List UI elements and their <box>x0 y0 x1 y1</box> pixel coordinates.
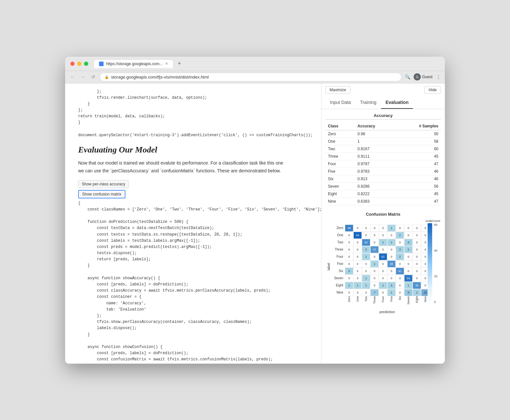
side-panel: Maximize Hide Input Data Training Evalua… <box>321 83 445 364</box>
matrix-cell: 0 <box>345 275 353 282</box>
matrix-row: Eight11101301390 <box>332 282 430 289</box>
matrix-cell: 3 <box>387 282 396 289</box>
matrix-row: Zero48000010000 <box>332 224 430 232</box>
forward-button[interactable]: → <box>79 74 87 80</box>
matrix-cell: 0 <box>404 268 413 275</box>
panel-content: Accuracy Class Accuracy # Samples Zero0.… <box>321 109 445 364</box>
content-area: }; tfvis.render.linechart(surface, data,… <box>65 83 445 364</box>
title-bar: https://storage.googleapis.com... ✕ + <box>65 57 445 71</box>
matrix-cell: 1 <box>387 289 396 296</box>
matrix-cell: 0 <box>370 232 379 239</box>
scale-value-40: 40 <box>434 249 437 252</box>
matrix-cell: 2 <box>396 253 404 260</box>
matrix-cell: 0 <box>396 239 404 246</box>
user-avatar: G <box>414 73 421 80</box>
tab-favicon <box>99 62 104 66</box>
matrix-cell: 1 <box>362 253 370 260</box>
matrix-cell: 0 <box>370 239 379 246</box>
matrix-cell: 0 <box>345 289 353 296</box>
new-tab-button[interactable]: + <box>175 60 184 67</box>
matrix-row: Three00237003200 <box>332 246 430 253</box>
matrix-cell: 1 <box>379 282 387 289</box>
show-accuracy-button[interactable]: Show per-class accuracy <box>78 180 129 188</box>
matrix-cell: 37 <box>370 246 379 253</box>
scale-value-60: 60 <box>434 223 437 226</box>
minimize-button[interactable] <box>77 62 81 66</box>
matrix-cell: 0 <box>404 260 413 268</box>
matrix-row: Two00420110400 <box>332 239 430 246</box>
matrix-cell: 4 <box>404 239 413 246</box>
accuracy-title: Accuracy <box>325 113 441 120</box>
matrix-cell: 0 <box>379 224 387 232</box>
accuracy-table: Class Accuracy # Samples Zero0.9850One15… <box>325 122 441 205</box>
search-icon[interactable]: 🔍 <box>405 74 410 80</box>
tab-evaluation[interactable]: Evaluation <box>381 96 413 109</box>
matrix-cell: 0 <box>387 246 396 253</box>
matrix-cell: 0 <box>387 232 396 239</box>
matrix-cell: 0 <box>362 224 370 232</box>
tab-title: https://storage.googleapis.com... <box>106 62 163 66</box>
matrix-cell: 2 <box>362 246 370 253</box>
table-row: Three0.911145 <box>325 152 441 160</box>
matrix-cell: 0 <box>413 268 421 275</box>
matrix-row: Seven00100005400 <box>332 275 430 282</box>
matrix-cell: 0 <box>353 268 362 275</box>
table-row: Zero0.9850 <box>325 130 441 138</box>
maximize-panel-button[interactable]: Maximize <box>325 86 350 94</box>
matrix-cell: 1 <box>404 282 413 289</box>
maximize-window-button[interactable] <box>84 62 88 66</box>
scale-gradient <box>428 223 432 304</box>
confusion-matrix-title: Confusion Matrix <box>325 212 441 217</box>
show-confusion-button[interactable]: Show confusion matrix <box>78 190 125 198</box>
matrix-cell: 1 <box>353 282 362 289</box>
matrix-cell: 0 <box>353 239 362 246</box>
table-row: One158 <box>325 138 441 145</box>
matrix-area: Zero48000010000One06400002000Two00420110… <box>332 219 430 314</box>
matrix-cell: 0 <box>345 232 353 239</box>
close-button[interactable] <box>70 62 75 66</box>
confusion-section: Confusion Matrix label Zero48000010000On… <box>325 212 441 314</box>
matrix-cell: 0 <box>413 232 421 239</box>
matrix-cell: 0 <box>413 253 421 260</box>
matrix-row: Four00106202000 <box>332 253 430 260</box>
main-content: }; tfvis.render.linechart(surface, data,… <box>65 83 321 364</box>
scale-value-20: 20 <box>434 275 437 278</box>
matrix-row: Nine00070109225 <box>332 289 430 296</box>
confusion-matrix-container: label Zero48000010000One06400002000Two00… <box>325 219 421 314</box>
tab-input-data[interactable]: Input Data <box>325 96 356 109</box>
traffic-lights <box>70 62 88 66</box>
matrix-cell: 54 <box>404 275 413 282</box>
matrix-cell: 0 <box>387 275 396 282</box>
matrix-cell: 1 <box>345 282 353 289</box>
matrix-cell: 41 <box>396 268 404 275</box>
hide-panel-button[interactable]: Hide <box>424 86 441 94</box>
table-row: Eight0.822245 <box>325 190 441 197</box>
browser-tab[interactable]: https://storage.googleapis.com... ✕ <box>93 59 174 68</box>
matrix-cell: 3 <box>345 268 353 275</box>
matrix-cell: 62 <box>379 253 387 260</box>
tab-training[interactable]: Training <box>356 96 381 109</box>
url-bar[interactable]: 🔒 storage.googleapis.com/tfjs-vis/mnist/… <box>100 73 402 81</box>
matrix-cell: 0 <box>413 275 421 282</box>
refresh-button[interactable]: ↺ <box>90 74 96 80</box>
matrix-cell: 0 <box>387 268 396 275</box>
table-row: Five0.978346 <box>325 167 441 175</box>
col-header-accuracy: Accuracy <box>355 122 396 130</box>
matrix-cell: 0 <box>387 253 396 260</box>
matrix-cell: 0 <box>370 268 379 275</box>
tab-close-icon[interactable]: ✕ <box>165 62 168 66</box>
matrix-cell: 0 <box>396 289 404 296</box>
back-button[interactable]: ← <box>69 74 76 80</box>
panel-tabs: Input Data Training Evaluation <box>321 96 445 109</box>
button-group: Show per-class accuracy Show confusion m… <box>78 180 308 200</box>
matrix-cell: 0 <box>362 289 370 296</box>
matrix-cell: 0 <box>353 253 362 260</box>
matrix-cell: 38 <box>387 260 396 268</box>
matrix-cell: 0 <box>404 253 413 260</box>
more-options-button[interactable]: ⋮ <box>436 74 441 80</box>
address-bar: ← → ↺ 🔒 storage.googleapis.com/tfjs-vis/… <box>65 71 445 83</box>
y-axis-label: label <box>325 219 332 314</box>
matrix-cell: 2 <box>396 232 404 239</box>
matrix-cell: 0 <box>345 246 353 253</box>
matrix-cell: 9 <box>404 289 413 296</box>
